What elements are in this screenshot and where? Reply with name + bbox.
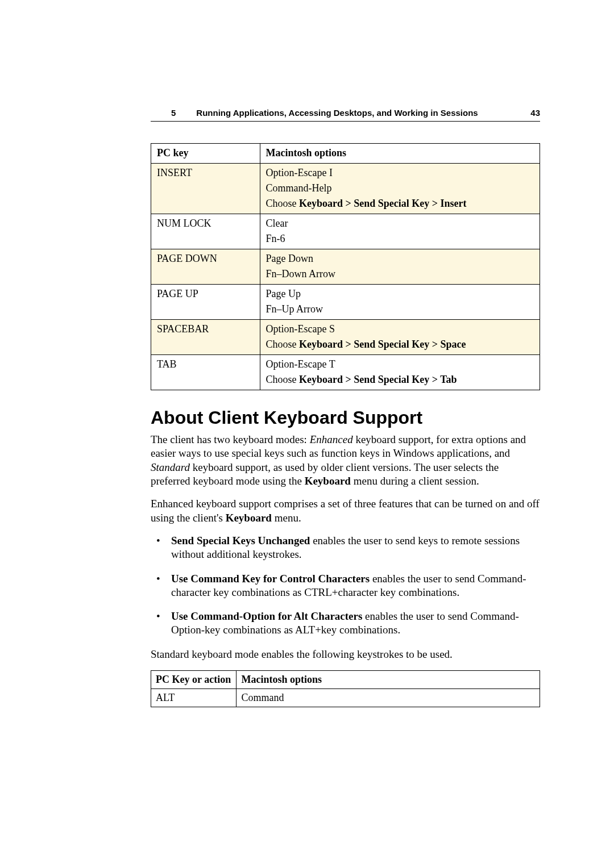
- paragraph: Standard keyboard mode enables the follo…: [151, 648, 540, 661]
- option-line: Clear: [266, 218, 534, 229]
- table-header-macopts: Macintosh options: [260, 144, 540, 164]
- list-item: Send Special Keys Unchanged enables the …: [151, 534, 540, 562]
- option-line: Fn-6: [266, 233, 534, 245]
- pc-key-cell: PAGE UP: [151, 285, 260, 320]
- table-header-pckey: PC key: [151, 144, 260, 164]
- table-row: INSERTOption-Escape ICommand-HelpChoose …: [151, 164, 540, 214]
- table-row: PAGE UPPage UpFn–Up Arrow: [151, 285, 540, 320]
- pc-key-table: PC key Macintosh options INSERTOption-Es…: [151, 143, 540, 390]
- chapter-number: 5: [171, 108, 176, 118]
- table-row: ALTCommand: [151, 689, 540, 707]
- option-line: Command-Help: [266, 182, 534, 194]
- running-header: 5 Running Applications, Accessing Deskto…: [151, 108, 540, 122]
- list-item: Use Command Key for Control Characters e…: [151, 572, 540, 600]
- mac-options-cell: Page DownFn–Down Arrow: [260, 249, 540, 285]
- pc-key-cell: NUM LOCK: [151, 214, 260, 249]
- paragraph: Enhanced keyboard support comprises a se…: [151, 497, 540, 525]
- option-line: Choose Keyboard > Send Special Key > Tab: [266, 374, 534, 386]
- option-line: Fn–Up Arrow: [266, 303, 534, 315]
- option-line: Option-Escape S: [266, 323, 534, 335]
- mac-options-cell: ClearFn-6: [260, 214, 540, 249]
- standard-mode-table: PC Key or action Macintosh options ALTCo…: [151, 670, 540, 707]
- table-header-macopts: Macintosh options: [237, 671, 540, 689]
- pc-key-cell: PAGE DOWN: [151, 249, 260, 285]
- option-line: Option-Escape I: [266, 167, 534, 179]
- table-row: SPACEBAROption-Escape SChoose Keyboard >…: [151, 320, 540, 355]
- pc-key-cell: INSERT: [151, 164, 260, 214]
- option-line: Option-Escape T: [266, 358, 534, 370]
- list-item: Use Command-Option for Alt Characters en…: [151, 610, 540, 637]
- paragraph: The client has two keyboard modes: Enhan…: [151, 433, 540, 488]
- option-line: Page Down: [266, 253, 534, 265]
- chapter-title: Running Applications, Accessing Desktops…: [196, 108, 513, 118]
- mac-options-cell: Option-Escape TChoose Keyboard > Send Sp…: [260, 355, 540, 390]
- pc-key-cell: SPACEBAR: [151, 320, 260, 355]
- pc-key-cell: TAB: [151, 355, 260, 390]
- table-header-pckey: PC Key or action: [151, 671, 237, 689]
- table-row: NUM LOCKClearFn-6: [151, 214, 540, 249]
- option-line: Choose Keyboard > Send Special Key > Ins…: [266, 198, 534, 210]
- mac-options-cell: Option-Escape SChoose Keyboard > Send Sp…: [260, 320, 540, 355]
- option-line: Choose Keyboard > Send Special Key > Spa…: [266, 339, 534, 350]
- section-heading: About Client Keyboard Support: [151, 407, 540, 428]
- table-row: TABOption-Escape TChoose Keyboard > Send…: [151, 355, 540, 390]
- mac-options-cell: Option-Escape ICommand-HelpChoose Keyboa…: [260, 164, 540, 214]
- pc-key-cell: ALT: [151, 689, 237, 707]
- option-line: Page Up: [266, 288, 534, 300]
- page-number: 43: [530, 108, 540, 118]
- feature-list: Send Special Keys Unchanged enables the …: [151, 534, 540, 637]
- table-row: PAGE DOWNPage DownFn–Down Arrow: [151, 249, 540, 285]
- mac-options-cell: Page UpFn–Up Arrow: [260, 285, 540, 320]
- option-line: Fn–Down Arrow: [266, 268, 534, 280]
- mac-options-cell: Command: [237, 689, 540, 707]
